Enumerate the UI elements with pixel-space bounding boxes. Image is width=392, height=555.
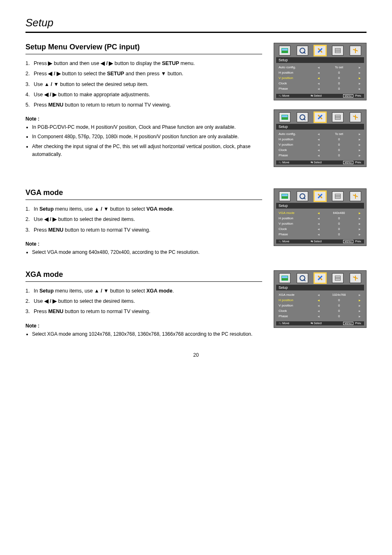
osd-title: Setup <box>276 124 364 130</box>
osd-row: Phase◀0▶ <box>279 232 362 237</box>
setup-tab-icon <box>314 191 326 201</box>
note-title: Note : <box>25 323 262 329</box>
section-rule <box>25 54 262 54</box>
osd-footer: ↑↓ Move ⇆ Select MENU Prev. <box>276 321 364 325</box>
osd-tabs <box>275 111 365 124</box>
osd-tabs <box>275 272 365 285</box>
osd-row: Clock◀0▶ <box>279 308 362 313</box>
note-body: Select VGA mode among 640x480, 720x400, … <box>25 248 262 256</box>
section-right: Setup XGA mode◀1024x768▶ H position◀0▶ V… <box>274 270 367 340</box>
note-title: Note : <box>25 116 262 122</box>
page-number: 20 <box>25 352 367 358</box>
osd-menu: Setup VGA mode◀640x480▶ H position◀0▶ V … <box>274 188 367 246</box>
osd-footer: ↑↓ Move ⇆ Select MENU Prev. <box>276 94 364 98</box>
note-block: Note : In PGB-PC/DVI-PC mode, H position… <box>25 116 262 158</box>
osd-row: Phase◀0▶ <box>279 153 362 158</box>
antenna-tab-icon <box>350 46 361 56</box>
antenna-tab-icon <box>350 112 361 122</box>
step: 3.Use ▲ / ▼ button to select the desired… <box>25 80 262 89</box>
step: 1.In Setup menu items, use ▲ / ▼ button … <box>25 287 262 295</box>
picture-tab-icon <box>279 273 291 283</box>
section-rule <box>25 281 262 282</box>
step: 2.Use ◀ / ▶ button to select the desired… <box>25 215 262 224</box>
note-block: Note : Select VGA mode among 640x480, 72… <box>25 241 262 256</box>
setup-tab-icon <box>314 273 326 283</box>
section-right: Setup Auto config.◀To set▶ H position◀0▶… <box>274 43 367 176</box>
page-title: Setup <box>25 16 367 29</box>
osd-menu: Setup Auto config.◀To set▶ H position◀0▶… <box>274 43 367 100</box>
setup-tab-icon <box>314 112 326 122</box>
note-title: Note : <box>25 241 262 247</box>
osd-row: Clock◀0▶ <box>279 226 362 232</box>
setup-tab-icon <box>314 46 326 56</box>
osd-tabs <box>275 44 365 57</box>
picture-tab-icon <box>279 191 291 201</box>
zoom-tab-icon <box>297 112 308 122</box>
osd-title: Setup <box>276 203 364 209</box>
osd-row: Clock◀0▶ <box>279 81 362 86</box>
osd-row: Auto config.◀To set▶ <box>279 131 362 137</box>
note-body: In PGB-PC/DVI-PC mode, H position/V posi… <box>25 123 262 158</box>
step: 2.Press ◀ / ▶ button to select the SETUP… <box>25 70 262 78</box>
section-heading: VGA mode <box>25 188 262 197</box>
section-heading: Setup Menu Overview (PC input) <box>25 43 262 51</box>
note-body: Select XGA mode among 1024x768, 1280x768… <box>25 330 262 338</box>
section-rule <box>25 200 262 200</box>
osd-row: VGA mode◀640x480▶ <box>279 210 362 216</box>
osd-row: H position◀0▶ <box>279 297 362 303</box>
page-root: Setup Setup Menu Overview (PC input) 1.P… <box>0 0 392 374</box>
osd-row: Phase◀0▶ <box>279 313 362 319</box>
osd-row: V position◀0▶ <box>279 142 362 147</box>
section-right: Setup VGA mode◀640x480▶ H position◀0▶ V … <box>274 188 367 258</box>
step: 4.Use ◀ / ▶ button to make appropriate a… <box>25 91 262 99</box>
step: 3.Press MENU button to return to normal … <box>25 307 262 316</box>
picture-tab-icon <box>279 112 291 122</box>
list-tab-icon <box>332 46 344 56</box>
note-block: Note : Select XGA mode among 1024x768, 1… <box>25 323 262 338</box>
antenna-tab-icon <box>350 273 361 283</box>
osd-body: XGA mode◀1024x768▶ H position◀0▶ V posit… <box>275 290 365 321</box>
section-left: VGA mode 1.In Setup menu items, use ▲ / … <box>25 188 262 258</box>
section-pc-input: Setup Menu Overview (PC input) 1.Press ▶… <box>25 43 367 176</box>
step: 1.In Setup menu items, use ▲ / ▼ button … <box>25 205 262 214</box>
osd-body: VGA mode◀640x480▶ H position◀0▶ V positi… <box>275 209 365 239</box>
osd-menu: Setup Auto config.◀To set▶ H position◀0▶… <box>274 109 367 167</box>
section-xga: XGA mode 1.In Setup menu items, use ▲ / … <box>25 270 367 340</box>
list-tab-icon <box>332 273 344 283</box>
zoom-tab-icon <box>297 191 308 201</box>
osd-body: Auto config.◀To set▶ H position◀0▶ V pos… <box>275 63 365 94</box>
section-left: XGA mode 1.In Setup menu items, use ▲ / … <box>25 270 262 340</box>
osd-title: Setup <box>276 57 364 63</box>
zoom-tab-icon <box>297 46 308 56</box>
osd-row: Auto config.◀To set▶ <box>279 65 362 70</box>
antenna-tab-icon <box>350 191 361 201</box>
osd-row: V position◀0▶ <box>279 75 362 81</box>
osd-row: V position◀0▶ <box>279 303 362 308</box>
title-rule <box>25 32 367 33</box>
osd-row: V position◀0▶ <box>279 221 362 226</box>
osd-row: Phase◀0▶ <box>279 86 362 91</box>
section-left: Setup Menu Overview (PC input) 1.Press ▶… <box>25 43 262 176</box>
osd-row: XGA mode◀1024x768▶ <box>279 292 362 297</box>
step: 1.Press ▶ button and then use ◀ / ▶ butt… <box>25 59 262 68</box>
step: 5.Press MENU button to return to return … <box>25 101 262 109</box>
zoom-tab-icon <box>297 273 308 283</box>
osd-body: Auto config.◀To set▶ H position◀0▶ V pos… <box>275 130 365 160</box>
list-tab-icon <box>332 191 344 201</box>
osd-footer: ↑↓ Move ⇆ Select MENU Prev. <box>276 239 364 244</box>
list-tab-icon <box>332 112 344 122</box>
osd-footer: ↑↓ Move ⇆ Select MENU Prev. <box>276 160 364 165</box>
osd-title: Setup <box>276 285 364 290</box>
osd-menu: Setup XGA mode◀1024x768▶ H position◀0▶ V… <box>274 270 367 328</box>
picture-tab-icon <box>279 46 291 56</box>
section-vga: VGA mode 1.In Setup menu items, use ▲ / … <box>25 188 367 258</box>
step: 3.Press MENU button to return to normal … <box>25 226 262 235</box>
section-heading: XGA mode <box>25 270 262 279</box>
osd-row: H position◀0▶ <box>279 137 362 142</box>
osd-row: H position◀0▶ <box>279 70 362 75</box>
osd-row: H position◀0▶ <box>279 216 362 221</box>
osd-tabs <box>275 190 365 203</box>
osd-row: Clock◀0▶ <box>279 147 362 153</box>
step: 2.Use ◀ / ▶ button to select the desired… <box>25 297 262 306</box>
